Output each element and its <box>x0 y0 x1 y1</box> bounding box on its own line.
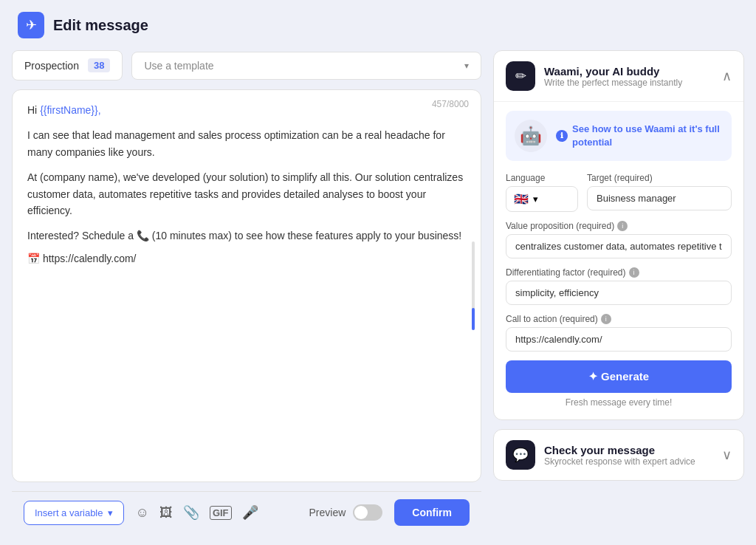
right-panel: ✏ Waami, your AI buddy Write the perfect… <box>493 50 744 533</box>
language-group: Language 🇬🇧 ▾ <box>506 173 578 212</box>
cta-group: Call to action (required) i <box>506 314 732 352</box>
target-label: Target (required) <box>587 173 732 183</box>
expand-icon[interactable]: ∨ <box>722 447 732 463</box>
scroll-thumb <box>472 308 475 330</box>
diff-factor-info-icon: i <box>629 267 639 278</box>
value-prop-info-icon: i <box>617 221 628 231</box>
ai-title-group: Waami, your AI buddy Write the perfect m… <box>544 65 713 88</box>
lang-chevron-icon: ▾ <box>533 193 538 205</box>
waami-avatar: 🤖 <box>515 120 547 152</box>
check-icon: 💬 <box>506 440 535 470</box>
check-title: Check your message <box>544 444 713 456</box>
image-icon[interactable]: 🖼 <box>159 505 173 521</box>
generate-subtext: Fresh message every time! <box>506 397 732 408</box>
prospection-label: Prospection <box>24 60 79 72</box>
main-layout: Prospection 38 Use a template ▾ 457/8000… <box>0 50 756 545</box>
collapse-icon[interactable]: ∧ <box>722 68 732 84</box>
template-select[interactable]: Use a template ▾ <box>131 52 481 80</box>
char-count: 457/8000 <box>432 99 469 109</box>
insert-variable-button[interactable]: Insert a variable ▾ <box>24 501 124 525</box>
preview-label: Preview <box>309 507 346 518</box>
message-content[interactable]: Hi {{firstName}}, I can see that lead ma… <box>13 90 481 481</box>
message-editor: 457/8000 Hi {{firstName}}, I can see tha… <box>12 89 481 482</box>
app-logo: ✈ <box>18 12 44 38</box>
attachment-icon[interactable]: 📎 <box>183 504 199 521</box>
check-text-group: Check your message Skyrocket response wi… <box>544 444 713 467</box>
diff-factor-group: Differentiating factor (required) i <box>506 267 732 305</box>
emoji-icon[interactable]: ☺ <box>136 505 149 521</box>
cta-info-icon: i <box>601 314 611 324</box>
ai-buddy-card: ✏ Waami, your AI buddy Write the perfect… <box>493 50 744 420</box>
top-bar: Prospection 38 Use a template ▾ <box>12 50 481 80</box>
paragraph-1: I can see that lead management and sales… <box>27 127 466 160</box>
mic-icon[interactable]: 🎤 <box>242 504 258 521</box>
ai-logo: ✏ <box>506 61 535 91</box>
toolbar-icons: ☺ 🖼 📎 GIF 🎤 <box>136 504 258 521</box>
cta-label: Call to action (required) i <box>506 314 732 324</box>
waami-tip: 🤖 ℹ See how to use Waami at it's full po… <box>506 111 732 161</box>
value-prop-group: Value proposition (required) i <box>506 221 732 258</box>
header: ✈ Edit message <box>0 0 756 50</box>
variable-text: {{firstName}}, <box>40 104 101 116</box>
preview-toggle[interactable] <box>353 504 382 521</box>
gif-icon[interactable]: GIF <box>210 506 232 520</box>
ai-title-text: Waami, your AI buddy <box>544 65 713 78</box>
toggle-knob <box>354 506 368 519</box>
cta-input[interactable] <box>506 327 732 352</box>
target-input[interactable] <box>587 186 732 210</box>
template-placeholder: Use a template <box>144 60 213 72</box>
language-label: Language <box>506 173 578 183</box>
link-text: 📅 https://calendly.com/ <box>27 250 466 267</box>
paragraph-3: Interested? Schedule a 📞 (10 minutes max… <box>27 227 466 244</box>
target-group: Target (required) <box>587 173 732 212</box>
diff-factor-input[interactable] <box>506 281 732 305</box>
check-subtitle: Skyrocket response with expert advice <box>544 456 713 467</box>
language-select[interactable]: 🇬🇧 ▾ <box>506 186 578 212</box>
language-flag: 🇬🇧 <box>514 192 529 206</box>
ai-card-body: 🤖 ℹ See how to use Waami at it's full po… <box>494 101 743 419</box>
generate-button[interactable]: ✦ Generate <box>506 360 732 393</box>
scroll-indicator <box>472 241 475 330</box>
ai-buddy-header[interactable]: ✏ Waami, your AI buddy Write the perfect… <box>494 51 743 101</box>
value-prop-input[interactable] <box>506 234 732 258</box>
prospection-count: 38 <box>88 58 110 72</box>
lang-target-row: Language 🇬🇧 ▾ Target (required) <box>506 173 732 212</box>
chevron-down-icon: ▾ <box>464 61 469 71</box>
paragraph-2: At (company name), we've developed (your… <box>27 169 466 219</box>
confirm-button[interactable]: Confirm <box>394 499 470 526</box>
value-prop-label: Value proposition (required) i <box>506 221 732 231</box>
chevron-down-icon: ▾ <box>108 507 113 518</box>
diff-factor-label: Differentiating factor (required) i <box>506 267 732 278</box>
bottom-toolbar: Insert a variable ▾ ☺ 🖼 📎 GIF 🎤 Preview … <box>12 491 481 533</box>
ai-subtitle: Write the perfect message instantly <box>544 78 713 88</box>
check-message-card[interactable]: 💬 Check your message Skyrocket response … <box>493 429 744 481</box>
left-panel: Prospection 38 Use a template ▾ 457/8000… <box>12 50 481 533</box>
info-icon: ℹ <box>556 130 568 142</box>
waami-tip-content[interactable]: ℹ See how to use Waami at it's full pote… <box>556 120 723 152</box>
prospection-badge: Prospection 38 <box>12 50 123 80</box>
page-title: Edit message <box>53 17 148 34</box>
greeting-text: Hi <box>27 104 40 116</box>
preview-section: Preview <box>309 504 383 521</box>
